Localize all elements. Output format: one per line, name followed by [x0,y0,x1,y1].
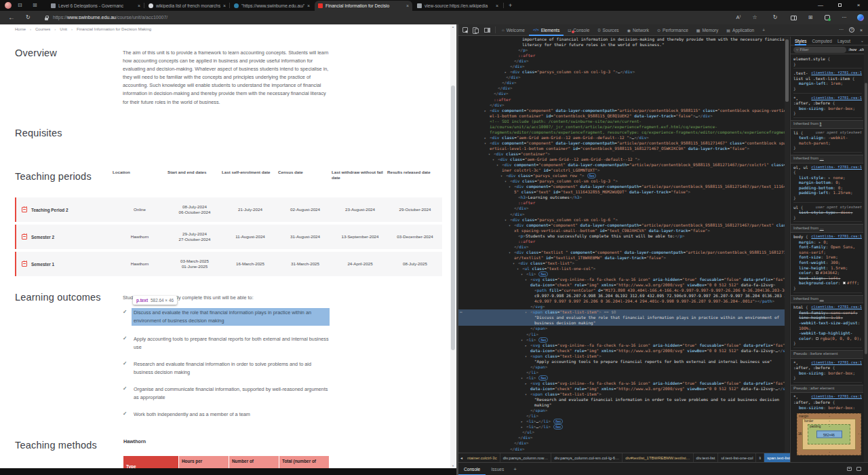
hover-state-toggle[interactable]: :hov [848,48,856,52]
dom-tree-line[interactable]: data-icon="check" role="img" xmlns="http… [458,348,785,354]
expand-arrow-icon[interactable]: ▾ [525,392,527,397]
css-rule[interactable]: clientlibs-_f2781.css:1*, :after, :befor… [793,394,862,409]
dom-tree-line[interactable]: importance of financial information in d… [458,37,785,42]
dom-tree-line[interactable]: ▾<li>flex [458,337,785,343]
devtools-tab-application[interactable]: ▤Application [722,24,758,36]
expand-arrow-icon[interactable]: ▸ [521,419,523,424]
workspaces-icon[interactable]: ⊟ [18,1,22,10]
css-rule[interactable]: user agent stylesheetul {list-style-type… [793,205,862,223]
tab-close-icon[interactable]: × [307,3,310,8]
dom-tree-line[interactable]: ::after [458,239,785,244]
dom-tree-line[interactable]: "Research and evaluate financial informa… [458,397,785,402]
expand-arrow-icon[interactable]: ▾ [525,354,527,359]
dom-tree-line[interactable]: ▸<li>…</li>flex [458,419,785,424]
styles-rules[interactable]: element.style {}clientlibs-_f2781.css:1.… [791,55,863,409]
tab-close-icon[interactable]: × [138,3,140,8]
dom-tree-line[interactable]: ▾<div class="container"> [458,151,785,157]
css-property[interactable]: font-size: 1rem; [793,254,862,260]
dom-tree-line[interactable]: ▾⋯<span class="text-list-item"> == $0 [458,309,785,315]
device-toolbar-icon[interactable] [473,27,479,33]
expand-arrow-icon[interactable]: ▾ [525,277,527,282]
breadcrumb-scroll-left-icon[interactable]: ◂ [458,455,465,460]
dom-tree-line[interactable]: ia/course/unit/a/acc10007/_jcr_content/a… [458,124,785,130]
breadcrumb-item[interactable]: Unit [60,27,67,31]
expand-arrow-icon[interactable]: ▾ [505,178,507,184]
dom-tree-line[interactable]: ::after [458,200,785,206]
css-rule[interactable]: clientlibs-_f2781.css:1.text-list ul .te… [793,71,862,93]
dom-tree-line[interactable]: ▾<div class="parsys_column col-sm col-lg… [458,178,785,184]
dom-tree-line[interactable]: making" [458,402,785,408]
expand-arrow-icon[interactable]: ▾ [496,162,498,168]
dom-tree-line[interactable]: iner colctrl-3c" id="colctrl_LG0MNTUXT"> [458,168,785,173]
css-property[interactable]: background-color: #fff; [793,280,862,286]
devtools-tab-welcome[interactable]: ⌂Welcome [498,24,529,36]
scroll-up-arrow[interactable]: ▲ [451,25,455,28]
elements-breadcrumb-item[interactable]: div.text-list [694,453,719,463]
dom-tree-line[interactable]: ertical-level-1-bottom container" id="co… [458,146,785,151]
expand-arrow-icon[interactable]: ▸ [505,69,507,75]
flex-badge[interactable]: flex [587,173,597,178]
dom-tree-line[interactable]: </div> [458,206,785,211]
expand-arrow-icon[interactable]: ▾ [525,309,527,315]
css-property[interactable]: margin: ▸ 0; [793,240,862,245]
address-input[interactable]: https://www.swinburne.edu.au/course/unit… [53,14,167,22]
elements-breadcrumb-item[interactable]: span.text-list-item [764,453,790,463]
css-rule[interactable]: element.style {} [793,56,862,69]
expand-arrow-icon[interactable]: ▸ [484,108,486,113]
dom-tree-line[interactable]: ▾<ul class="text-list-one-col"> [458,266,785,271]
css-property[interactable]: padding-left: 1.25rem; [793,190,862,195]
collections-icon[interactable]: ⊞ [806,13,815,22]
dom-tree-line[interactable]: ▾<div class="aem-Grid aem-Grid--12 aem-G… [458,157,785,162]
styles-filter-input[interactable]: ▽Filter [793,47,846,53]
elements-breadcrumb-item[interactable]: ul.text-list-one-col [718,453,756,463]
expand-arrow-icon[interactable]: ▾ [521,375,523,381]
dom-tree-line[interactable]: ::after [458,53,785,58]
dom-tree-line[interactable]: ::after [458,97,785,102]
elements-breadcrumb-item[interactable]: div.parsys_column.col-sm.col-lg-6… [551,453,623,463]
css-rule[interactable]: clientlibs-_f2781.css:1body {margin: ▸ 0… [793,234,862,293]
expand-arrow-icon[interactable]: ▾ [513,261,515,266]
dom-tree-line[interactable]: ▸<div class="parsys_column col-sm col-lg… [458,69,785,75]
css-property[interactable]: box-sizing: border-box; [793,405,862,409]
dom-tree-line[interactable]: </div> [458,435,785,440]
flex-badge[interactable]: flex [553,424,563,430]
css-property[interactable]: line-height: 1.5rem; [793,265,862,271]
refresh-button[interactable]: ↻ [26,12,31,23]
styles-scrollbar-thumb[interactable] [865,83,867,354]
css-rule[interactable]: user agent stylesheetli {text-align: -we… [793,130,862,153]
dom-tree-line[interactable]: <!-- SDI include (path: /content/swinbur… [458,119,785,124]
expand-arrow-icon[interactable]: ▸ [484,135,486,140]
dom-tree-line[interactable]: </div> [458,91,785,96]
stylesheet-link[interactable]: clientlibs-_f2781.css:1 [811,394,862,400]
expand-arrow-icon[interactable]: ▾ [509,223,511,228]
dom-tree-line[interactable]: </li> [458,332,785,337]
browser-tab[interactable]: "https://www.swinburne.edu.au/"× [231,1,313,11]
dom-tree-line[interactable]: ▾<div component="component" data-layer-c… [458,223,785,228]
scroll-down-arrow[interactable]: ▼ [451,464,455,468]
css-property[interactable]: font-family: sans-serif; [793,310,862,316]
expand-arrow-icon[interactable]: ▾ [521,337,523,343]
css-property[interactable]: -webkit-tap-highlight-color: rgba(0, 0, … [793,330,862,341]
dom-tree-line[interactable]: </div> [458,212,785,217]
dom-tree-line[interactable]: </span> [458,326,785,331]
dom-tree-line[interactable]: </div> [458,75,785,80]
css-rule[interactable]: clientlibs-_f2781.css:1html {font-family… [793,305,862,348]
dom-tree-line[interactable]: </div> [458,440,785,446]
expand-arrow-icon[interactable]: ▾ [505,217,507,223]
dom-tree-line[interactable]: ar/textlist" id="textlist_1TBWREBMW" dat… [458,255,785,261]
tab-close-icon[interactable]: × [406,3,409,8]
css-property[interactable]: list-style: ▸ none; [793,175,862,180]
dom-tree-line[interactable]: "Discuss and evaluate the role that fina… [458,315,785,320]
dom-tree-line[interactable]: business decision making" [458,320,785,326]
styles-panel-tab-computed[interactable]: Computed [812,39,832,43]
devtools-tab-console[interactable]: ⊡Console [564,24,593,36]
stylesheet-link[interactable]: clientlibs-_f2781.css:1 [811,360,862,366]
stylesheet-link[interactable]: clientlibs-_f2781.css:1 [811,305,862,310]
split-screen-icon[interactable] [791,16,797,20]
css-property[interactable]: font-weight: 300; [793,260,862,265]
dom-tree-scrollbar[interactable] [785,37,789,453]
devtools-close-icon[interactable]: × [860,28,863,33]
css-property[interactable]: padding-bottom: 0; [793,185,862,191]
dom-tree-line[interactable]: ▸<svg class="svg-inline--fa fa-check fa-… [458,343,785,348]
dom-tree-line[interactable]: 5" class="text" id="text_1116432855_M6M2… [458,189,785,195]
